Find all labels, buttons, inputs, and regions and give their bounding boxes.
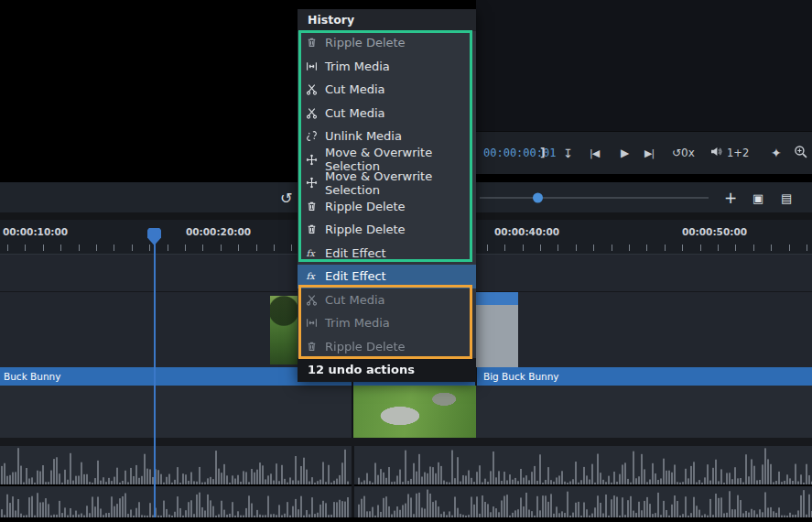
zoom-icon[interactable] (794, 145, 807, 161)
fx-icon: fx (306, 247, 318, 259)
history-item[interactable]: fxEdit Effect (298, 265, 476, 288)
video-editor-window: 00:00:00:01 ] ↧ |◀ ▶ ▶| ↺0x 1+2 ✦ ↺ + ▣ … (0, 0, 812, 522)
selected-clip-header[interactable] (476, 292, 518, 305)
zoom-slider-handle[interactable] (533, 192, 543, 202)
ruler-tick (96, 245, 97, 251)
history-item[interactable]: Cut Media (298, 102, 476, 125)
audio-channels-label[interactable]: 1+2 (727, 147, 749, 159)
speaker-icon[interactable] (710, 147, 722, 159)
ruler-tick (700, 245, 701, 251)
history-item-label: Move & Overwrite Selection (325, 169, 476, 197)
history-item[interactable]: fxEdit Effect (298, 242, 476, 266)
history-item[interactable]: Ripple Delete (298, 195, 476, 219)
ruler-tick (504, 245, 505, 251)
history-item-label: Edit Effect (325, 246, 386, 260)
move-icon (306, 177, 318, 189)
ruler-tick (665, 245, 666, 251)
fx-icon: fx (306, 270, 318, 282)
cut-icon (306, 294, 318, 306)
ruler-tick (114, 245, 114, 251)
zoom-slider-track[interactable] (480, 197, 709, 199)
ruler-tick (202, 245, 203, 251)
ruler-timecode-label: 00:00:10:00 (3, 226, 68, 237)
history-item-label: Trim Media (325, 60, 390, 73)
audio-clip-separator (352, 446, 354, 517)
selected-clip-segment[interactable] (476, 292, 518, 368)
history-item[interactable]: Move & Overwrite Selection (298, 171, 476, 195)
history-menu: History Ripple DeleteTrim MediaCut Media… (298, 9, 476, 382)
ruler-tick (149, 245, 150, 251)
cut-icon (306, 107, 318, 119)
ruler-tick (718, 245, 719, 251)
trash-icon (306, 37, 318, 49)
timecode-display: 00:00:00:01 (483, 147, 556, 159)
svg-text:fx: fx (307, 272, 317, 282)
video-track-1[interactable] (0, 386, 812, 438)
audio-track-2[interactable] (0, 486, 812, 517)
ruler-tick (646, 245, 647, 251)
svg-text:fx: fx (307, 248, 317, 258)
trash-icon (306, 341, 318, 353)
previous-frame-button[interactable]: |◀ (590, 147, 599, 159)
history-item-label: Ripple Delete (325, 223, 406, 236)
history-item[interactable]: Cut Media (298, 78, 476, 102)
ruler-tick (576, 245, 577, 251)
ruler-tick (238, 245, 239, 251)
history-item[interactable]: Move & Overwrite Selection (298, 148, 476, 172)
ruler-tick (291, 245, 292, 251)
out-point-bracket: ] (540, 147, 545, 159)
track-gap (0, 438, 812, 446)
history-item-label: Cut Media (325, 293, 385, 307)
add-track-button[interactable]: + (724, 189, 737, 207)
ruler-timecode-label: 00:00:50:00 (682, 226, 747, 237)
history-item[interactable]: Unlink Media (298, 125, 476, 148)
ruler-tick (682, 245, 683, 251)
snap-icon[interactable]: ✦ (771, 146, 782, 160)
top-right-panel (476, 0, 812, 131)
trash-icon (306, 201, 318, 212)
history-item[interactable]: Trim Media (298, 311, 476, 335)
clip-thumbnail-forest[interactable] (270, 296, 298, 364)
ruler-tick (7, 245, 8, 251)
move-icon (306, 154, 318, 166)
history-menu-items: Ripple DeleteTrim MediaCut MediaCut Medi… (298, 31, 476, 358)
history-item-label: Ripple Delete (325, 36, 406, 49)
ruler-timecode-label: 00:00:40:00 (494, 226, 559, 237)
ruler-tick (593, 245, 594, 251)
clip-thumbnail-bunny[interactable] (353, 386, 476, 438)
clip-label-right[interactable]: Big Buck Bunny (483, 367, 559, 386)
ruler-tick (540, 245, 541, 251)
history-item[interactable]: Ripple Delete (298, 335, 476, 359)
ruler-tick (735, 245, 736, 251)
ruler-tick (274, 245, 275, 251)
clip-separator (352, 386, 353, 438)
overwrite-mode-icon[interactable]: ↧ (563, 147, 573, 160)
ruler-tick (168, 245, 168, 251)
history-item[interactable]: Ripple Delete (298, 218, 476, 242)
history-item-label: Trim Media (325, 316, 390, 330)
playback-speed-button[interactable]: ↺0x (672, 147, 695, 159)
cut-icon (306, 83, 318, 95)
ruler-tick (807, 245, 807, 251)
next-frame-button[interactable]: ▶| (644, 147, 654, 159)
bottom-edge (0, 517, 812, 522)
history-item-label: Unlink Media (325, 129, 402, 143)
history-menu-title: History (298, 9, 476, 31)
audio-waveform[interactable] (0, 446, 812, 484)
ruler-tick (25, 245, 26, 251)
ruler-tick (43, 245, 44, 251)
history-button[interactable]: ↺ (280, 189, 292, 206)
history-item[interactable]: Trim Media (298, 55, 476, 79)
audio-waveform[interactable] (0, 486, 812, 517)
audio-track-1[interactable] (0, 446, 812, 484)
history-item-label: Ripple Delete (325, 200, 406, 213)
history-item[interactable]: Ripple Delete (298, 31, 476, 55)
history-item[interactable]: Cut Media (298, 288, 476, 312)
panel-layout-icon-b[interactable]: ▤ (781, 190, 792, 204)
ruler-tick (753, 245, 754, 251)
ruler-tick (487, 245, 488, 251)
clip-label-left[interactable]: Buck Bunny (4, 367, 60, 386)
ruler-tick (221, 245, 222, 251)
play-button[interactable]: ▶ (621, 147, 629, 159)
panel-layout-icon-a[interactable]: ▣ (752, 190, 763, 204)
